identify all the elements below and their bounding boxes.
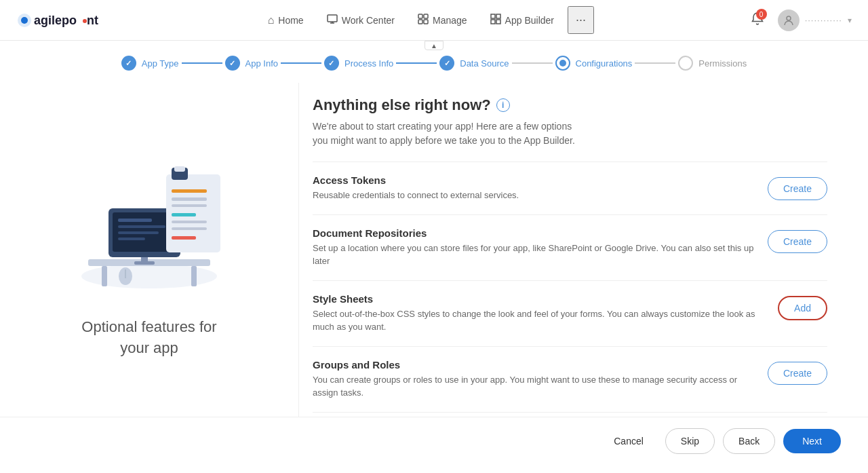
nav-appbuilder[interactable]: App Builder (481, 8, 564, 33)
nav-workcenter-label: Work Center (342, 15, 395, 26)
svg-rect-32 (172, 189, 207, 193)
feature-groups-and-roles: Groups and Roles You can create groups o… (313, 346, 827, 413)
feature-name-document-repositories: Document Repositories (313, 227, 754, 239)
avatar (778, 10, 800, 31)
feature-style-sheets: Style Sheets Select out-of-the-box CSS s… (313, 280, 827, 346)
create-access-tokens-button[interactable]: Create (768, 177, 827, 200)
connector-4 (512, 62, 553, 64)
svg-rect-22 (134, 261, 155, 265)
nav-workcenter[interactable]: Work Center (317, 8, 404, 33)
step-circle-configurations (555, 56, 570, 71)
footer: Cancel Skip Back Next (0, 417, 868, 464)
feature-name-style-sheets: Style Sheets (313, 293, 764, 305)
svg-text:agilepo: agilepo (34, 14, 77, 27)
feature-action-groups-and-roles: Create (768, 359, 827, 385)
feature-desc-groups-and-roles: You can create groups or roles to use in… (313, 373, 754, 400)
step-permissions[interactable]: Permissions (678, 56, 747, 71)
cancel-button[interactable]: Cancel (600, 429, 657, 453)
step-label-permissions: Permissions (698, 58, 747, 69)
svg-rect-37 (172, 227, 207, 230)
feature-name-groups-and-roles: Groups and Roles (313, 359, 754, 371)
back-button[interactable]: Back (723, 428, 775, 454)
svg-rect-28 (118, 238, 145, 240)
svg-rect-25 (118, 219, 152, 222)
header: agilepo nt ⌂ Home Work Center (0, 0, 868, 41)
user-name-label: ············ (805, 15, 842, 25)
svg-rect-10 (418, 20, 422, 24)
page-subtitle: We're about to start creating your app! … (313, 119, 827, 148)
illustration (61, 140, 237, 303)
svg-rect-11 (424, 20, 428, 24)
nav-appbuilder-label: App Builder (505, 15, 554, 26)
svg-rect-31 (174, 166, 185, 172)
collapse-button[interactable]: ▲ (425, 41, 443, 50)
left-panel: Optional features for your app (0, 83, 298, 417)
workcenter-icon (327, 14, 338, 27)
connector-2 (281, 62, 321, 64)
logo[interactable]: agilepo nt (16, 8, 104, 33)
create-document-repositories-button[interactable]: Create (768, 230, 827, 253)
nav-home-label: Home (278, 15, 303, 26)
notification-button[interactable]: 0 (748, 9, 767, 31)
svg-rect-34 (172, 204, 207, 207)
appbuilder-icon (490, 14, 501, 27)
illustration-caption: Optional features for your app (81, 317, 216, 359)
user-menu[interactable]: ············ ▾ (778, 10, 852, 31)
nav-more-button[interactable]: ··· (568, 6, 594, 34)
right-panel: Anything else right now? i We're about t… (298, 83, 868, 417)
connector-3 (396, 62, 437, 64)
stepper-container: ▲ ✓ App Type ✓ App Info ✓ Process Info ✓… (0, 41, 868, 83)
create-groups-and-roles-button[interactable]: Create (768, 362, 827, 385)
feature-document-repositories: Document Repositories Set up a location … (313, 214, 827, 280)
svg-rect-36 (172, 221, 207, 223)
step-circle-process-info: ✓ (324, 56, 339, 71)
svg-rect-15 (496, 20, 500, 24)
notification-badge: 0 (756, 9, 767, 20)
svg-rect-19 (102, 266, 107, 286)
svg-point-16 (787, 16, 791, 20)
skip-button[interactable]: Skip (665, 428, 715, 454)
step-app-type[interactable]: ✓ App Type (121, 56, 179, 71)
feature-desc-style-sheets: Select out-of-the-box CSS styles to chan… (313, 307, 764, 334)
connector-1 (182, 62, 222, 64)
main-content: Optional features for your app Anything … (0, 83, 868, 417)
next-button[interactable]: Next (783, 429, 841, 453)
main-nav: ⌂ Home Work Center Ma (258, 6, 594, 34)
svg-rect-14 (491, 20, 495, 24)
feature-action-document-repositories: Create (768, 227, 827, 253)
home-icon: ⌂ (268, 14, 275, 26)
step-label-data-source: Data Source (460, 58, 509, 69)
step-configurations[interactable]: Configurations (555, 56, 633, 71)
step-process-info[interactable]: ✓ Process Info (324, 56, 393, 71)
nav-home[interactable]: ⌂ Home (258, 9, 313, 32)
svg-rect-13 (496, 14, 500, 18)
feature-desc-document-repositories: Set up a location where you can store fi… (313, 242, 754, 268)
feature-info-groups-and-roles: Groups and Roles You can create groups o… (313, 359, 754, 400)
svg-rect-35 (172, 213, 196, 216)
feature-access-tokens: Access Tokens Reusable credentials to co… (313, 162, 827, 214)
svg-rect-12 (491, 14, 495, 18)
svg-rect-33 (172, 197, 207, 201)
step-label-configurations: Configurations (576, 58, 633, 69)
svg-rect-5 (328, 15, 337, 22)
feature-info-document-repositories: Document Repositories Set up a location … (313, 227, 754, 268)
user-chevron-icon: ▾ (848, 16, 852, 25)
add-style-sheets-button[interactable]: Add (778, 296, 827, 320)
nav-manage[interactable]: Manage (408, 8, 477, 33)
header-right: 0 ············ ▾ (748, 9, 852, 31)
step-app-info[interactable]: ✓ App Info (225, 56, 278, 71)
step-data-source[interactable]: ✓ Data Source (439, 56, 509, 71)
info-icon[interactable]: i (496, 98, 510, 112)
step-label-app-info: App Info (245, 58, 278, 69)
step-circle-data-source: ✓ (439, 56, 454, 71)
feature-desc-access-tokens: Reusable credentials to connect to exter… (313, 189, 754, 202)
manage-icon (418, 14, 429, 27)
step-circle-app-info: ✓ (225, 56, 240, 71)
feature-action-style-sheets: Add (778, 293, 827, 320)
svg-rect-9 (424, 14, 428, 18)
feature-action-access-tokens: Create (768, 174, 827, 200)
svg-rect-26 (118, 225, 165, 228)
step-label-process-info: Process Info (344, 58, 393, 69)
svg-rect-27 (118, 231, 159, 234)
feature-info-style-sheets: Style Sheets Select out-of-the-box CSS s… (313, 293, 764, 334)
